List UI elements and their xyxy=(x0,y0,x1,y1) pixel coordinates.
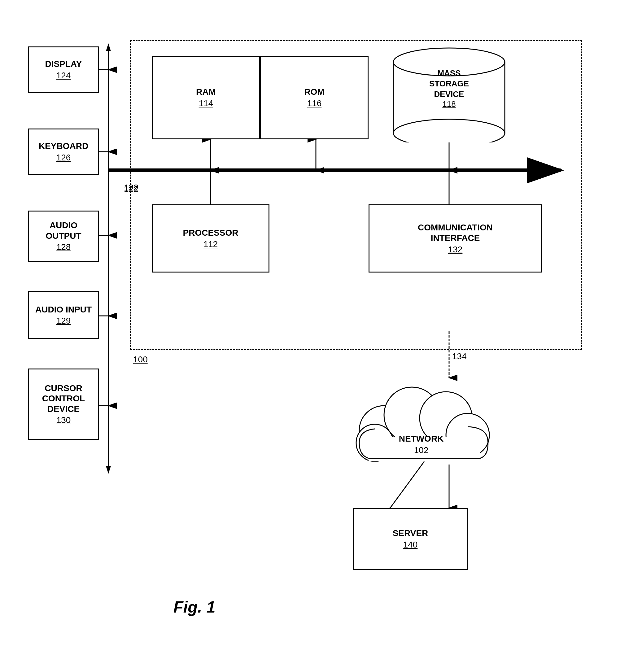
svg-marker-10 xyxy=(106,466,111,474)
processor-num: 112 xyxy=(203,239,218,249)
ram-box: RAM 114 xyxy=(152,56,260,139)
rom-box: ROM 116 xyxy=(260,56,368,139)
server-label: SERVER xyxy=(393,528,428,538)
diagram: 122 134 xyxy=(19,19,607,638)
comm-interface-box: COMMUNICATION INTERFACE 132 xyxy=(368,205,542,272)
audio-input-label: AUDIO INPUT xyxy=(35,305,92,315)
rom-num: 116 xyxy=(307,98,322,109)
bus-label: 122 xyxy=(124,183,139,193)
network-cloud: NETWORK 102 xyxy=(344,375,499,471)
rom-label: ROM xyxy=(304,87,324,97)
processor-label: PROCESSOR xyxy=(183,227,239,238)
ram-label: RAM xyxy=(196,87,216,97)
display-num: 124 xyxy=(56,71,71,80)
keyboard-num: 126 xyxy=(56,153,71,163)
processor-box: PROCESSOR 112 xyxy=(152,205,269,272)
system-label: 100 xyxy=(133,355,148,364)
network-num: 102 xyxy=(344,445,499,455)
server-box: SERVER 140 xyxy=(353,508,468,570)
keyboard-label: KEYBOARD xyxy=(39,141,88,151)
network-label: NETWORK xyxy=(344,434,499,444)
cursor-control-box: CURSOR CONTROL DEVICE 130 xyxy=(28,368,99,440)
display-label: DISPLAY xyxy=(45,59,82,69)
comm-interface-label: COMMUNICATION INTERFACE xyxy=(418,222,493,243)
comm-interface-num: 132 xyxy=(448,245,463,255)
cursor-control-num: 130 xyxy=(56,415,71,425)
audio-output-num: 128 xyxy=(56,242,71,252)
svg-marker-9 xyxy=(106,43,111,51)
figure-caption: Fig. 1 xyxy=(173,598,216,616)
mass-storage-cylinder: MASS STORAGE DEVICE 118 xyxy=(381,43,517,142)
keyboard-box: KEYBOARD 126 xyxy=(28,128,99,175)
audio-input-box: AUDIO INPUT 129 xyxy=(28,291,99,339)
audio-output-label: AUDIO OUTPUT xyxy=(46,220,81,241)
cursor-control-label: CURSOR CONTROL DEVICE xyxy=(42,383,85,414)
server-num: 140 xyxy=(403,540,418,550)
mass-storage-num: 118 xyxy=(381,99,517,109)
audio-output-box: AUDIO OUTPUT 128 xyxy=(28,211,99,262)
svg-text:134: 134 xyxy=(452,352,467,361)
audio-input-num: 129 xyxy=(56,316,71,326)
ram-num: 114 xyxy=(199,98,213,109)
mass-storage-label: MASS STORAGE DEVICE xyxy=(381,68,517,99)
display-box: DISPLAY 124 xyxy=(28,46,99,93)
